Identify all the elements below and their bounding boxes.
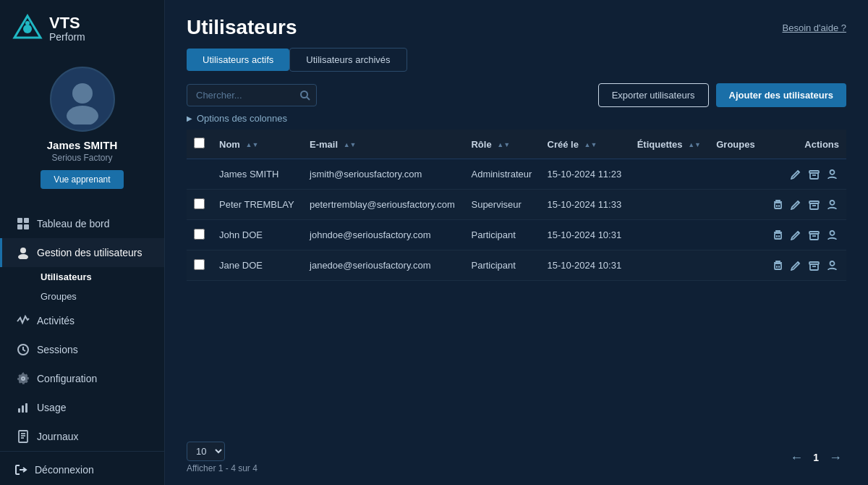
svg-rect-8 (24, 224, 29, 229)
delete-action-button[interactable] (771, 228, 785, 242)
sidebar-item-gestion[interactable]: Gestion des utilisateurs (0, 238, 164, 267)
th-created[interactable]: Créé le ▲▼ (540, 130, 630, 159)
th-tags[interactable]: Étiquettes ▲▼ (630, 130, 710, 159)
cell-role: Superviseur (464, 190, 540, 220)
sort-role: ▲▼ (497, 142, 510, 148)
sort-created: ▲▼ (584, 142, 597, 148)
cell-nom: John DOE (212, 220, 302, 250)
prev-page-button[interactable]: ← (786, 449, 807, 467)
svg-rect-22 (809, 171, 819, 173)
svg-rect-12 (18, 408, 20, 413)
edit-action-button[interactable] (789, 258, 803, 272)
activity-icon (17, 314, 30, 327)
column-options[interactable]: ▶ Options des colonnes (165, 110, 868, 130)
role-action-button[interactable] (825, 258, 839, 272)
sort-email: ▲▼ (344, 142, 357, 148)
th-groups: Groupes (709, 130, 762, 159)
sidebar-subitem-groupes[interactable]: Groupes (35, 287, 164, 306)
svg-rect-5 (17, 218, 22, 223)
table-row: James SMITHjsmith@seriousfactory.comAdmi… (187, 159, 846, 190)
cell-created: 15-10-2024 10:31 (540, 220, 630, 250)
sidebar-item-usage-label: Usage (37, 402, 66, 413)
svg-point-30 (830, 201, 835, 205)
role-action-button[interactable] (825, 167, 839, 181)
user-icon (17, 246, 30, 259)
svg-rect-37 (775, 263, 781, 269)
delete-action-button[interactable] (771, 258, 785, 272)
edit-action-button[interactable] (789, 228, 803, 242)
toolbar-row: Exporter utilisateurs Ajouter des utilis… (165, 77, 868, 110)
archive-action-button[interactable] (807, 228, 821, 242)
table-row: Peter TREMBLAYpetertremblay@seriousfacto… (187, 190, 846, 220)
export-button[interactable]: Exporter utilisateurs (598, 83, 709, 107)
tab-archives[interactable]: Utilisateurs archivés (289, 48, 407, 72)
archive-action-button[interactable] (807, 167, 821, 181)
showing-text: Afficher 1 - 4 sur 4 (187, 463, 258, 473)
users-table: Nom ▲▼ E-mail ▲▼ Rôle ▲▼ Créé le ▲▼ (187, 130, 846, 281)
svg-point-1 (23, 25, 32, 33)
sidebar: VTS Perform James SMITH Serious Factory … (0, 0, 165, 485)
row-checkbox[interactable] (194, 198, 205, 209)
svg-rect-13 (22, 405, 24, 413)
sidebar-item-journaux[interactable]: Journaux (0, 422, 164, 451)
current-page: 1 (813, 452, 819, 463)
cell-groups (709, 220, 762, 250)
logout-icon (14, 463, 27, 476)
tabs-row: Utilisateurs actifs Utilisateurs archivé… (165, 48, 868, 77)
edit-action-button[interactable] (789, 167, 803, 181)
cell-tags (630, 159, 710, 190)
delete-action-button[interactable] (771, 198, 785, 211)
action-buttons: Exporter utilisateurs Ajouter des utilis… (598, 83, 846, 107)
sidebar-item-sessions[interactable]: Sessions (0, 335, 164, 364)
row-checkbox[interactable] (194, 229, 205, 240)
sessions-icon (17, 343, 30, 356)
sort-tags: ▲▼ (688, 142, 701, 148)
disconnect-label: Déconnexion (35, 464, 94, 476)
disconnect-item[interactable]: Déconnexion (14, 463, 150, 476)
user-company: Serious Factory (51, 153, 112, 163)
add-user-button[interactable]: Ajouter des utilisateurs (716, 83, 846, 107)
vue-apprenant-button[interactable]: Vue apprenant (41, 170, 123, 189)
cell-actions (763, 159, 846, 190)
cell-created: 15-10-2024 11:33 (540, 190, 630, 220)
logo-vts: VTS (49, 14, 85, 32)
cell-groups (709, 159, 762, 190)
edit-action-button[interactable] (789, 198, 803, 211)
th-email[interactable]: E-mail ▲▼ (302, 130, 464, 159)
search-input[interactable] (187, 84, 317, 106)
sidebar-item-activites[interactable]: Activités (0, 306, 164, 335)
chart-icon (17, 401, 30, 414)
avatar-image (57, 74, 108, 125)
sidebar-item-tableau[interactable]: Tableau de bord (0, 209, 164, 238)
archive-action-button[interactable] (807, 198, 821, 211)
expand-icon: ▶ (187, 114, 192, 122)
sidebar-item-configuration-label: Configuration (37, 373, 97, 384)
svg-point-36 (830, 231, 835, 235)
svg-point-42 (830, 261, 835, 266)
th-role[interactable]: Rôle ▲▼ (464, 130, 540, 159)
cell-nom: Jane DOE (212, 250, 302, 281)
cell-role: Administrateur (464, 159, 540, 190)
per-page-select[interactable]: 10 25 50 (187, 442, 225, 461)
row-checkbox[interactable] (194, 259, 205, 270)
svg-point-24 (830, 170, 835, 174)
sidebar-subitem-utilisateurs[interactable]: Utilisateurs (35, 267, 164, 287)
logo-perform: Perform (49, 32, 85, 43)
svg-point-2 (25, 21, 30, 25)
action-icons (770, 258, 839, 272)
help-link[interactable]: Besoin d'aide ? (783, 22, 847, 33)
archive-action-button[interactable] (807, 258, 821, 272)
svg-point-4 (67, 106, 98, 125)
select-all-checkbox[interactable] (194, 138, 205, 148)
tab-actifs[interactable]: Utilisateurs actifs (187, 48, 289, 71)
cell-nom: Peter TREMBLAY (212, 190, 302, 220)
th-nom[interactable]: Nom ▲▼ (212, 130, 302, 159)
role-action-button[interactable] (825, 198, 839, 211)
sidebar-item-configuration[interactable]: Configuration (0, 364, 164, 393)
search-button[interactable] (299, 90, 311, 101)
next-page-button[interactable]: → (825, 449, 846, 467)
users-table-wrap: Nom ▲▼ E-mail ▲▼ Rôle ▲▼ Créé le ▲▼ (165, 130, 868, 434)
role-action-button[interactable] (825, 228, 839, 242)
sidebar-item-usage[interactable]: Usage (0, 393, 164, 422)
svg-rect-7 (17, 224, 22, 229)
